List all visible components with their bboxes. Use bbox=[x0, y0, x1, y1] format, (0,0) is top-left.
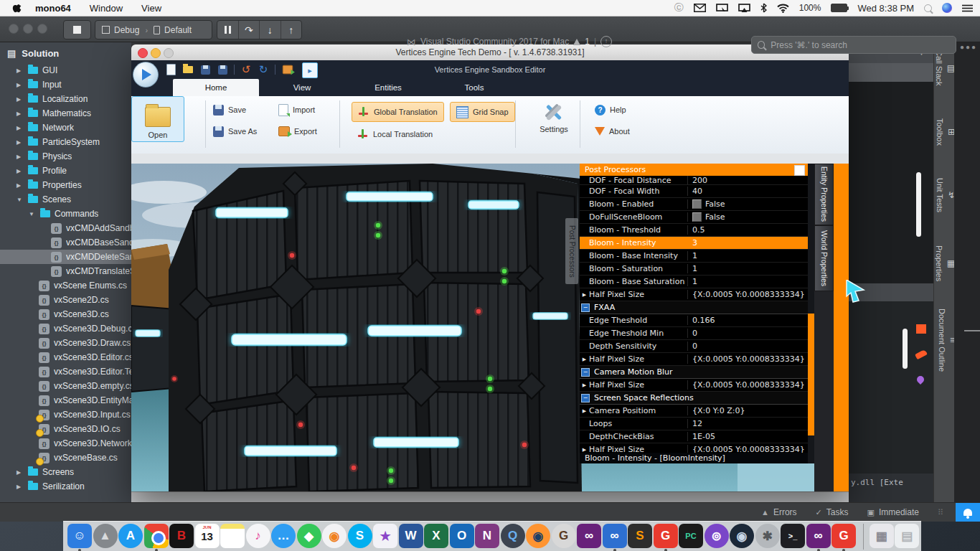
siri-icon[interactable] bbox=[942, 3, 952, 13]
select-tool-button[interactable]: ▸ bbox=[302, 62, 318, 78]
collapse-icon[interactable]: − bbox=[581, 303, 590, 312]
pp-property-value[interactable]: 12 bbox=[687, 419, 808, 428]
dock-item-word[interactable]: W bbox=[399, 524, 423, 548]
dock-item-disk-image[interactable]: ▦ bbox=[870, 524, 894, 548]
panel-checkbox[interactable] bbox=[794, 165, 805, 176]
dock-item-imovie[interactable]: ★ bbox=[373, 524, 397, 548]
pp-property-value[interactable]: False bbox=[687, 199, 808, 209]
overflow-dots-icon[interactable]: ●●● bbox=[960, 43, 977, 51]
mail-icon[interactable] bbox=[694, 4, 706, 12]
notification-center-icon[interactable] bbox=[962, 4, 973, 12]
pp-property-value[interactable]: 200 bbox=[687, 176, 808, 185]
search-input[interactable] bbox=[769, 39, 950, 51]
grid-snap-button[interactable]: Grid Snap bbox=[450, 102, 515, 122]
run-button[interactable] bbox=[133, 62, 159, 88]
pp-row-edge-theshold[interactable]: Edge Theshold0.166 bbox=[580, 314, 808, 327]
right-pad-upper-content[interactable] bbox=[849, 82, 933, 283]
dock-tab-toolbox[interactable]: ⊞Toolbox bbox=[934, 118, 955, 146]
pp-property-value[interactable]: 3 bbox=[687, 238, 808, 248]
dock-item-terminal[interactable]: >_ bbox=[781, 524, 805, 548]
tree-item-vxscene3d-empty-cs[interactable]: {}vxScene3D.empty.cs bbox=[0, 379, 131, 393]
tree-item-vxscene3d-io-cs[interactable]: {}vxScene3D.IO.cs bbox=[0, 422, 131, 436]
vs-minimize-button[interactable] bbox=[23, 24, 33, 34]
pp-property-value[interactable]: 1E-05 bbox=[687, 432, 808, 441]
dock-item-bitdefender[interactable]: B bbox=[169, 524, 194, 548]
menubar-clock[interactable]: Wed 8:38 PM bbox=[857, 3, 914, 14]
tree-item-vxscene2d-cs[interactable]: {}vxScene2D.cs bbox=[0, 293, 131, 307]
resize-grip[interactable]: ⠿ bbox=[938, 508, 944, 517]
window-horizontal-scrollbar[interactable] bbox=[131, 491, 849, 503]
dock-item-visual-studio-2[interactable]: ∞ bbox=[603, 524, 627, 548]
right-pad-lower-content[interactable] bbox=[849, 301, 933, 474]
value-checkbox[interactable] bbox=[692, 212, 702, 222]
global-translation-button[interactable]: Global Translation bbox=[352, 102, 444, 122]
import-button[interactable]: Import bbox=[278, 103, 315, 116]
wifi-icon[interactable] bbox=[777, 4, 789, 13]
expander-icon[interactable]: ▶ bbox=[17, 125, 24, 131]
tree-item-vxscene3d-editor-cs[interactable]: {}vxScene3D.Editor.cs bbox=[0, 350, 131, 364]
pp-property-value[interactable]: {X:0.0005 Y:0.0008333334} bbox=[687, 380, 808, 390]
notifications-button[interactable] bbox=[956, 503, 980, 522]
pp-property-value[interactable]: 1 bbox=[687, 251, 808, 260]
menubar-app-name[interactable]: mono64 bbox=[35, 3, 71, 14]
menubar-item-window[interactable]: Window bbox=[90, 3, 123, 14]
dock-item-trash[interactable]: ▤ bbox=[895, 524, 919, 548]
dock-item-monogame-2[interactable]: G bbox=[831, 524, 856, 548]
dock-item-github[interactable]: ⊚ bbox=[705, 524, 729, 548]
dock-item-calendar[interactable]: JUN13 bbox=[195, 524, 220, 548]
pp-row-half-pixel-size[interactable]: ▶Half Pixel Size{X:0.0005 Y:0.0008333334… bbox=[580, 353, 808, 366]
expander-icon[interactable]: ▶ bbox=[17, 96, 24, 103]
open-button[interactable]: Open bbox=[131, 96, 184, 142]
export-button[interactable]: Export bbox=[278, 125, 317, 138]
about-button[interactable]: About bbox=[595, 125, 630, 138]
pp-property-value[interactable]: 0.166 bbox=[687, 316, 808, 325]
tree-item-mathematics[interactable]: ▶Mathematics bbox=[0, 106, 131, 121]
airplay-icon[interactable] bbox=[738, 4, 750, 13]
expander-icon[interactable]: ▶ bbox=[17, 67, 24, 74]
pp-row-dof-focal-width[interactable]: DOF - Focal Width40 bbox=[580, 185, 808, 198]
pp-row-edge-theshold-min[interactable]: Edge Theshold Min0 bbox=[580, 327, 808, 340]
pp-category-camera-motion-blur[interactable]: −Camera Motion Blur bbox=[580, 366, 808, 379]
scrollbar-thumb[interactable] bbox=[903, 329, 908, 369]
dock-item-visual-studio-3[interactable]: ∞ bbox=[806, 524, 831, 548]
tree-item-localization[interactable]: ▶Localization bbox=[0, 92, 131, 106]
dock-item-itunes[interactable]: ♪ bbox=[246, 524, 270, 548]
breakpoint-square-icon[interactable] bbox=[916, 324, 926, 334]
close-button[interactable] bbox=[138, 48, 148, 58]
tab-tools[interactable]: Tools bbox=[431, 79, 517, 96]
expander-icon[interactable]: ▶ bbox=[17, 110, 24, 117]
pp-property-value[interactable]: 1 bbox=[687, 277, 808, 286]
vs-close-button[interactable] bbox=[9, 24, 19, 34]
dock-item-finder[interactable]: ☺ bbox=[67, 524, 92, 548]
dock-tab-call-stack[interactable]: ▤Call Stack bbox=[934, 50, 955, 86]
save-all-button-small[interactable] bbox=[217, 64, 228, 75]
tree-item-vxscene-enums-cs[interactable]: {}vxScene Enums.cs bbox=[0, 278, 131, 293]
dock-item-quicktime[interactable]: Q bbox=[501, 524, 525, 548]
tree-item-serilization[interactable]: ▶Serilization bbox=[0, 479, 131, 494]
dock-item-gimp[interactable]: G bbox=[552, 524, 576, 548]
post-processors-header[interactable]: Post Processors bbox=[580, 164, 808, 176]
pp-property-value[interactable]: {X:0 Y:0 Z:0} bbox=[687, 406, 808, 415]
pp-row-bloom-intensity[interactable]: Bloom - Intensity3 bbox=[580, 237, 808, 250]
tree-item-vxcmddeletesandb[interactable]: {}vxCMDDeleteSandb bbox=[0, 250, 131, 264]
tree-item-vxscene3d-network-cs[interactable]: {}vxScene3D.Network.cs bbox=[0, 436, 131, 451]
dock-item-launchpad[interactable]: ▲ bbox=[93, 524, 118, 548]
tab-entities[interactable]: Entities bbox=[345, 79, 431, 96]
feedback-icon[interactable]: ↑ bbox=[600, 36, 612, 47]
pp-row-depthcheckbias[interactable]: DepthCheckBias1E-05 bbox=[580, 430, 808, 443]
stop-button[interactable] bbox=[63, 20, 91, 39]
dock-item-sublime-text[interactable]: S bbox=[628, 524, 652, 548]
pp-row-bloom-saturation[interactable]: Bloom - Saturation1 bbox=[580, 263, 808, 276]
pp-row-dof-focal-distance[interactable]: DOF - Focal Distance200 bbox=[580, 176, 808, 185]
dock-item-notes[interactable] bbox=[220, 524, 245, 548]
expand-arrow-icon[interactable]: ▶ bbox=[580, 447, 589, 453]
pp-row-half-pixel-size[interactable]: ▶Half Pixel Size{X:0.0005 Y:0.0008333334… bbox=[580, 443, 808, 453]
pp-property-value[interactable]: False bbox=[687, 212, 808, 222]
save-button[interactable]: Save bbox=[213, 103, 246, 116]
pp-row-bloom-base-saturation[interactable]: Bloom - Base Saturation1 bbox=[580, 276, 808, 288]
pp-row-dofullscenebloom[interactable]: DoFullSceneBloomFalse bbox=[580, 211, 808, 224]
dock-item-system-utility[interactable]: ✱ bbox=[755, 524, 780, 548]
splitter-handle[interactable] bbox=[964, 330, 980, 331]
expander-icon[interactable]: ▶ bbox=[17, 168, 24, 174]
expander-icon[interactable]: ▶ bbox=[17, 82, 24, 88]
